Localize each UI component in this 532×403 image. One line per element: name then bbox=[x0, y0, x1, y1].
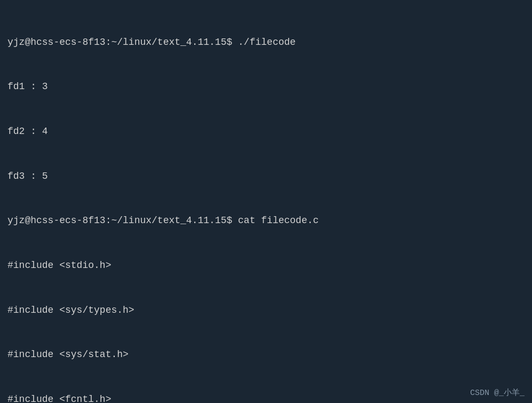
terminal-line-7: #include <sys/types.h> bbox=[7, 303, 525, 318]
terminal-line-9: #include <fcntl.h> bbox=[7, 392, 525, 403]
terminal-line-4: fd3 : 5 bbox=[7, 169, 525, 184]
terminal-line-1: yjz@hcss-ecs-8f13:~/linux/text_4.11.15$ … bbox=[7, 35, 525, 50]
watermark-label: CSDN @_小羊_ bbox=[470, 388, 525, 398]
terminal-line-5: yjz@hcss-ecs-8f13:~/linux/text_4.11.15$ … bbox=[7, 214, 525, 228]
terminal-line-2: fd1 : 3 bbox=[7, 80, 525, 94]
terminal-line-6: #include <stdio.h> bbox=[7, 258, 525, 273]
terminal-line-8: #include <sys/stat.h> bbox=[7, 347, 525, 362]
terminal-line-3: fd2 : 4 bbox=[7, 124, 525, 139]
terminal-window: yjz@hcss-ecs-8f13:~/linux/text_4.11.15$ … bbox=[7, 5, 525, 398]
